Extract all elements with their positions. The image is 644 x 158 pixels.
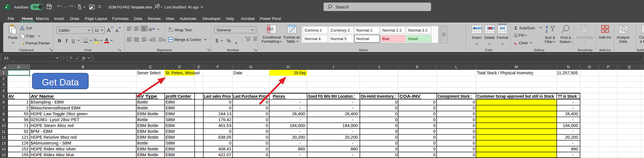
svg-text:Sort &: Sort &	[545, 36, 555, 40]
svg-text:152: 152	[21, 147, 28, 151]
svg-text:Conditional: Conditional	[263, 35, 281, 40]
svg-text:Macros: Macros	[36, 16, 49, 21]
svg-text:0: 0	[266, 152, 268, 157]
svg-text:AutoSum: AutoSum	[519, 26, 535, 30]
svg-text:26,400: 26,400	[345, 111, 358, 116]
svg-text:0: 0	[433, 135, 435, 140]
svg-text:Power Pivot: Power Pivot	[260, 16, 281, 21]
svg-text:a P: a P	[640, 40, 644, 44]
svg-text:$: $	[216, 38, 218, 43]
svg-text:11: 11	[95, 28, 99, 32]
svg-text:Normal: Normal	[356, 37, 369, 41]
svg-text:0: 0	[473, 123, 475, 128]
svg-text:0: 0	[395, 152, 397, 157]
svg-text:-: -	[572, 117, 574, 122]
svg-text:EBM Bottle: EBM Bottle	[137, 129, 159, 134]
svg-text:HDPE Steam 48oz red: HDPE Steam 48oz red	[31, 123, 74, 128]
svg-text:Number: Number	[227, 48, 239, 52]
svg-text:Data: Data	[134, 16, 142, 21]
svg-text:6: 6	[3, 100, 5, 104]
svg-text:9: 9	[3, 118, 5, 122]
svg-text:Search: Search	[335, 5, 349, 9]
svg-text:0: 0	[266, 141, 268, 145]
svg-text:8: 8	[3, 112, 5, 116]
svg-text:EBM Bottle: EBM Bottle	[137, 152, 159, 157]
svg-text:Total Stock / Physical Invenot: Total Stock / Physical Invenotry	[477, 71, 534, 75]
svg-text:-: -	[352, 100, 353, 104]
svg-text:0: 0	[266, 123, 268, 128]
svg-text:C: C	[149, 65, 152, 69]
svg-text:$Abmusterung - SBM: $Abmusterung - SBM	[31, 141, 71, 145]
svg-text:11,257,505: 11,257,505	[557, 71, 578, 75]
svg-text:HDPE Ridex 48oz silver: HDPE Ridex 48oz silver	[31, 147, 76, 151]
svg-text:0: 0	[473, 106, 475, 110]
svg-text:Bottle: Bottle	[137, 141, 148, 145]
svg-text:0: 0	[473, 141, 475, 145]
svg-text:-: -	[299, 117, 301, 122]
svg-text:Customer Scrap approved but st: Customer Scrap approved but still in Sto…	[477, 94, 554, 99]
svg-text:General: General	[217, 28, 231, 32]
svg-text:HDPE Resolve 96oz red: HDPE Resolve 96oz red	[31, 135, 77, 140]
svg-text:-: -	[299, 106, 301, 110]
svg-text:Currency 2: Currency 2	[330, 28, 350, 32]
svg-text:A: A	[17, 65, 20, 69]
svg-text:0: 0	[473, 100, 475, 104]
svg-text:0: 0	[395, 100, 397, 104]
svg-text:1: 1	[26, 100, 28, 104]
svg-text:Insert: Insert	[472, 36, 481, 40]
svg-text:Comma 2: Comma 2	[305, 28, 322, 32]
svg-text:EBM Bottle: EBM Bottle	[137, 135, 159, 140]
svg-text:Delete: Delete	[484, 36, 495, 40]
svg-text:Format: Format	[497, 36, 508, 40]
svg-text:2: 2	[26, 106, 28, 110]
svg-text:20,200: 20,200	[345, 135, 358, 140]
svg-text:0: 0	[266, 117, 268, 122]
svg-text:-: -	[352, 129, 353, 134]
svg-text:Normal 2 2: Normal 2 2	[382, 28, 402, 32]
svg-text:0: 0	[433, 106, 435, 110]
svg-text:Review: Review	[148, 16, 161, 21]
svg-text:Bottle: Bottle	[137, 100, 148, 104]
svg-text:-: -	[299, 141, 301, 145]
svg-text:COA-INV: COA-INV	[399, 94, 420, 99]
svg-text:0: 0	[266, 129, 268, 134]
svg-text:3: 3	[3, 83, 5, 87]
svg-text:HDPE Law Toggle 28oz green: HDPE Law Toggle 28oz green	[31, 111, 88, 116]
svg-text:Bottle: Bottle	[137, 106, 148, 110]
svg-text:c: c	[168, 29, 170, 32]
svg-text:B: B	[82, 65, 84, 69]
svg-text:244.13: 244.13	[218, 111, 231, 116]
svg-text:0: 0	[473, 152, 475, 157]
svg-text:Select: Select	[560, 40, 570, 44]
svg-text:638.05: 638.05	[218, 135, 231, 140]
svg-text:-: -	[352, 141, 353, 145]
svg-text:184,000: 184,000	[290, 123, 305, 128]
svg-text:Z: Z	[546, 29, 548, 33]
svg-text:A: A	[546, 25, 548, 29]
svg-text:L: L	[455, 65, 457, 69]
svg-text:K: K	[416, 65, 419, 69]
svg-text:Home: Home	[22, 16, 33, 21]
svg-text:fx: fx	[82, 56, 86, 60]
svg-text:10: 10	[1, 124, 6, 128]
svg-text:,: ,	[235, 37, 237, 44]
svg-text:Last Purchase Price: Last Purchase Price	[233, 94, 268, 99]
svg-text:St. Peters, Missouri: St. Peters, Missouri	[166, 71, 200, 75]
svg-text:Date: Date	[234, 71, 243, 75]
svg-text:Add-ins: Add-ins	[599, 48, 611, 52]
svg-text:Good FG W/o INV Location :: Good FG W/o INV Location :	[308, 94, 355, 99]
svg-text:0: 0	[266, 100, 268, 104]
svg-text:0: 0	[249, 36, 250, 39]
svg-text:0: 0	[395, 147, 397, 151]
svg-text:Paste: Paste	[8, 36, 18, 40]
svg-text:A: A	[105, 37, 108, 42]
svg-text:880: 880	[351, 147, 358, 151]
svg-text:2: 2	[3, 77, 5, 81]
svg-text:-: -	[299, 129, 301, 134]
svg-text:View: View	[166, 16, 174, 21]
svg-text:AV: AV	[8, 94, 14, 99]
svg-text:0: 0	[229, 100, 231, 104]
svg-text:Formatting: Formatting	[262, 40, 279, 44]
svg-text:1: 1	[3, 71, 5, 75]
svg-text:$Sampling - EBM: $Sampling - EBM	[31, 100, 64, 104]
